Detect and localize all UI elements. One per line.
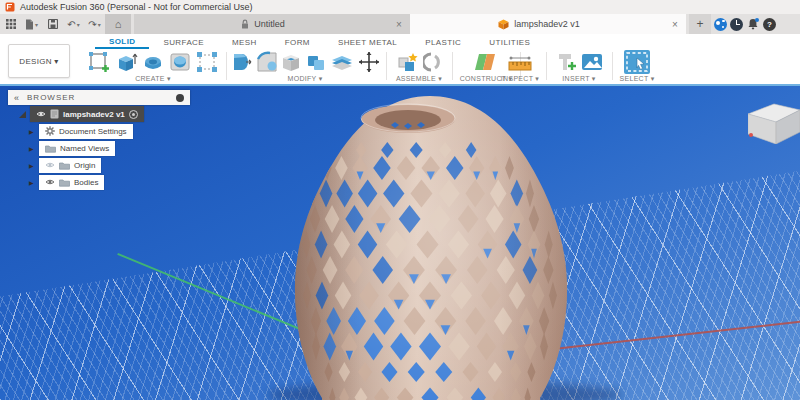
browser-panel: « BROWSER lampshadev2 v1 — [8, 90, 190, 190]
group-inspect: INSPECT ▾ — [498, 50, 542, 84]
ribbon-tab-mesh[interactable]: MESH — [218, 36, 271, 48]
fillet-icon[interactable] — [255, 50, 277, 74]
close-tab-icon[interactable]: × — [392, 19, 406, 30]
tab-lampshade[interactable]: lampshadev2 v1 × — [410, 14, 686, 34]
construction-plane-icon[interactable] — [473, 50, 499, 74]
quick-access-toolbar: ▾ ↶ ▾ ↷ ▾ ⌂ — [0, 14, 131, 34]
browser-header[interactable]: « BROWSER — [8, 90, 190, 105]
tab-untitled[interactable]: Untitled × — [134, 14, 410, 34]
folder-icon — [59, 178, 70, 187]
group-separator — [612, 52, 613, 80]
group-assemble: ASSEMBLE ▾ — [388, 50, 450, 84]
browser-item-label: Origin — [74, 161, 95, 170]
eye-icon[interactable] — [45, 161, 55, 169]
document-cube-icon — [498, 19, 509, 30]
select-icon[interactable] — [623, 49, 651, 75]
job-status-clock-icon[interactable] — [730, 18, 743, 31]
new-component-icon[interactable] — [396, 50, 420, 74]
expander-icon[interactable]: ▶ — [29, 162, 35, 169]
group-label-create[interactable]: CREATE ▾ — [82, 75, 224, 83]
tab-row: ▾ ↶ ▾ ↷ ▾ ⌂ — [0, 14, 800, 34]
group-select: SELECT ▾ — [614, 50, 660, 84]
lock-icon — [241, 19, 249, 29]
insert-derive-icon[interactable] — [555, 50, 577, 74]
group-create: CREATE ▾ — [82, 50, 224, 84]
group-modify: MODIFY ▾ — [228, 50, 382, 84]
browser-options-icon[interactable] — [176, 94, 184, 102]
save-button[interactable] — [42, 14, 63, 34]
collapse-panel-icon[interactable]: « — [14, 93, 19, 103]
pattern-icon[interactable] — [195, 50, 219, 74]
expander-icon[interactable]: ▶ — [29, 179, 35, 186]
expander-icon[interactable]: ▶ — [29, 145, 35, 152]
notifications-bell-icon[interactable] — [746, 17, 760, 31]
measure-icon[interactable] — [507, 50, 533, 74]
group-separator — [546, 52, 547, 80]
view-cube[interactable] — [748, 98, 800, 144]
tab-untitled-label: Untitled — [254, 19, 285, 29]
browser-item-bodies[interactable]: ▶ Bodies — [8, 174, 190, 190]
browser-item-named-views[interactable]: ▶ Named Views — [8, 140, 190, 156]
insert-image-icon[interactable] — [580, 50, 604, 74]
group-insert: INSERT ▾ — [549, 50, 609, 84]
group-separator — [386, 52, 387, 80]
combine-icon[interactable] — [305, 50, 327, 74]
browser-item-origin[interactable]: ▶ Origin — [8, 157, 190, 173]
group-label-modify[interactable]: MODIFY ▾ — [228, 75, 382, 83]
ribbon-tabs: SOLID SURFACE MESH FORM SHEET METAL PLAS… — [0, 34, 800, 50]
ribbon-toolbar: DESIGN ▾ — [0, 50, 800, 84]
redo-button[interactable]: ↷ ▾ — [84, 14, 105, 34]
shell-icon[interactable] — [280, 50, 302, 74]
undo-button[interactable]: ↶ ▾ — [63, 14, 84, 34]
viewport-3d[interactable]: « BROWSER lampshadev2 v1 — [0, 86, 800, 400]
ribbon-tab-solid[interactable]: SOLID — [95, 35, 149, 49]
group-label-assemble[interactable]: ASSEMBLE ▾ — [388, 75, 450, 83]
move-icon[interactable] — [357, 50, 381, 74]
new-tab-button[interactable]: + — [689, 14, 711, 34]
collaborate-globe-icon[interactable] — [714, 18, 727, 31]
browser-root-row[interactable]: lampshadev2 v1 — [8, 106, 190, 122]
eye-icon[interactable] — [36, 110, 46, 118]
caret-down-icon: ▾ — [35, 21, 38, 28]
create-sketch-icon[interactable] — [87, 50, 111, 74]
extrude-icon[interactable] — [114, 50, 138, 74]
group-separator — [452, 52, 453, 80]
tab-lampshade-label: lampshadev2 v1 — [514, 19, 580, 29]
folder-icon — [59, 161, 70, 170]
revolve-icon[interactable] — [141, 50, 165, 74]
ribbon-tab-surface[interactable]: SURFACE — [149, 36, 218, 48]
ribbon: SOLID SURFACE MESH FORM SHEET METAL PLAS… — [0, 34, 800, 84]
group-label-insert[interactable]: INSERT ▾ — [549, 75, 609, 83]
joint-icon[interactable] — [423, 50, 443, 74]
hole-icon[interactable] — [168, 50, 192, 74]
group-label-select[interactable]: SELECT ▾ — [614, 75, 660, 83]
activate-component-icon[interactable] — [129, 110, 138, 119]
ribbon-tab-utilities[interactable]: UTILITIES — [475, 36, 544, 48]
ribbon-tab-form[interactable]: FORM — [271, 36, 324, 48]
browser-item-label: Document Settings — [59, 127, 127, 136]
press-pull-icon[interactable] — [230, 50, 252, 74]
file-menu-button[interactable]: ▾ — [21, 14, 42, 34]
window-title: Autodesk Fusion 360 (Personal - Not for … — [20, 2, 253, 12]
browser-item-label: Bodies — [74, 178, 98, 187]
eye-icon[interactable] — [45, 178, 55, 186]
component-document-icon — [50, 109, 59, 119]
split-body-icon[interactable] — [330, 50, 354, 74]
help-icon[interactable]: ? — [763, 18, 776, 31]
undo-icon: ↶ — [67, 19, 75, 30]
home-view-button[interactable]: ⌂ — [105, 14, 131, 34]
home-icon: ⌂ — [115, 18, 122, 30]
expanded-triangle-icon[interactable] — [19, 111, 26, 118]
group-label-inspect[interactable]: INSPECT ▾ — [498, 75, 542, 83]
close-tab-icon[interactable]: × — [668, 19, 682, 30]
expander-icon[interactable]: ▶ — [29, 128, 35, 135]
ribbon-tab-sheetmetal[interactable]: SHEET METAL — [324, 36, 411, 48]
folder-icon — [45, 144, 56, 153]
app-grid-icon[interactable] — [0, 14, 21, 34]
gear-icon — [45, 126, 55, 136]
workspace-selector-button[interactable]: DESIGN ▾ — [8, 44, 70, 78]
caret-down-icon: ▾ — [77, 21, 80, 28]
browser-item-document-settings[interactable]: ▶ Document Settings — [8, 123, 190, 139]
ribbon-tab-plastic[interactable]: PLASTIC — [411, 36, 475, 48]
fusion360-window: Autodesk Fusion 360 (Personal - Not for … — [0, 0, 800, 400]
